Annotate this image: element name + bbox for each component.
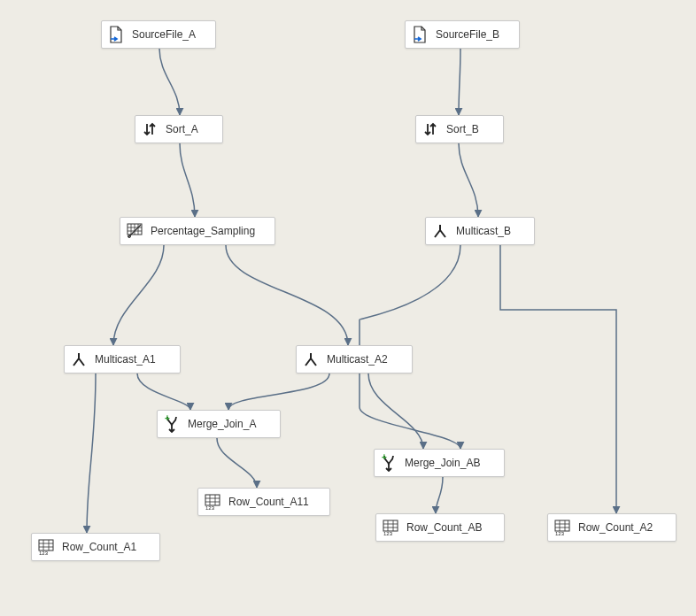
merge-join-icon: +	[163, 415, 181, 433]
sampling-icon	[126, 222, 143, 240]
row-count-icon: 123	[37, 538, 55, 556]
row-count-icon: 123	[382, 519, 399, 536]
svg-rect-8	[383, 520, 398, 531]
node-label: Merge_Join_AB	[405, 457, 480, 469]
multicast-icon	[431, 222, 449, 240]
svg-rect-6	[39, 540, 53, 551]
node-label: Row_Count_A11	[228, 496, 309, 508]
svg-text:123: 123	[39, 551, 49, 555]
node-row-count-a1[interactable]: 123 Row_Count_A1	[31, 533, 160, 561]
node-label: Merge_Join_A	[188, 418, 256, 430]
node-label: SourceFile_A	[132, 28, 196, 41]
row-count-icon: 123	[204, 493, 221, 511]
node-merge-join-a[interactable]: + Merge_Join_A	[157, 410, 281, 438]
svg-rect-4	[205, 495, 220, 505]
node-label: Row_Count_A2	[578, 521, 653, 534]
node-label: Sort_B	[446, 123, 479, 135]
node-label: SourceFile_B	[436, 28, 499, 41]
node-label: Multicast_A1	[95, 353, 156, 366]
svg-text:+: +	[165, 415, 170, 423]
node-label: Multicast_A2	[327, 353, 388, 366]
node-percentage-sampling[interactable]: Percentage_Sampling	[120, 217, 275, 245]
svg-text:123: 123	[205, 505, 215, 510]
node-label: Row_Count_A1	[62, 541, 136, 553]
multicast-icon	[302, 350, 320, 368]
node-row-count-ab[interactable]: 123 Row_Count_AB	[375, 513, 505, 542]
node-sourcefile-a[interactable]: SourceFile_A	[101, 20, 216, 49]
svg-text:+: +	[382, 454, 387, 462]
svg-rect-10	[555, 520, 569, 531]
node-merge-join-ab[interactable]: + Merge_Join_AB	[374, 449, 505, 477]
node-label: Row_Count_AB	[406, 521, 482, 534]
sort-icon	[421, 120, 439, 138]
row-count-icon: 123	[553, 519, 571, 536]
multicast-icon	[70, 350, 88, 368]
node-row-count-a11[interactable]: 123 Row_Count_A11	[197, 488, 330, 516]
dataflow-canvas[interactable]: SourceFile_A SourceFile_B Sort_A Sort_B …	[0, 0, 696, 616]
node-sourcefile-b[interactable]: SourceFile_B	[405, 20, 520, 49]
node-row-count-a2[interactable]: 123 Row_Count_A2	[547, 513, 677, 542]
svg-text:123: 123	[383, 531, 393, 535]
node-multicast-a2[interactable]: Multicast_A2	[296, 345, 413, 373]
node-sort-b[interactable]: Sort_B	[415, 115, 504, 143]
merge-join-icon: +	[380, 454, 398, 472]
node-label: Multicast_B	[456, 225, 511, 237]
svg-text:123: 123	[555, 531, 565, 535]
node-label: Percentage_Sampling	[151, 225, 255, 237]
source-file-icon	[107, 26, 125, 43]
source-file-icon	[411, 26, 429, 43]
node-label: Sort_A	[166, 123, 198, 135]
node-sort-a[interactable]: Sort_A	[135, 115, 223, 143]
sort-icon	[141, 120, 159, 138]
node-multicast-b[interactable]: Multicast_B	[425, 217, 535, 245]
node-multicast-a1[interactable]: Multicast_A1	[64, 345, 181, 373]
